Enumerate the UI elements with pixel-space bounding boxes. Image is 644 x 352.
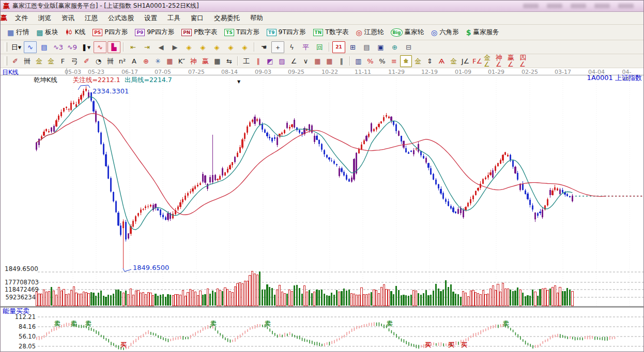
tool-wave-tool-icon[interactable]: ∿ — [24, 41, 37, 53]
tool-prev-bar-icon[interactable]: ◀ — [155, 41, 167, 53]
tool-crosshair-icon[interactable]: ＋ — [271, 41, 284, 53]
tool-n-squared-icon[interactable]: n² — [116, 55, 128, 67]
tool-gold-lines-red-icon[interactable]: 金 — [448, 55, 459, 67]
tool-fence-lines-icon[interactable]: 卌 — [21, 55, 33, 67]
tool-fan-grid-icon[interactable]: ▨ — [276, 55, 288, 67]
tool-calendar-21-icon[interactable]: 21 — [332, 41, 345, 53]
feature-t-number-table-button[interactable]: TNT数字表 — [310, 27, 352, 38]
chart-canvas[interactable]: 卖卖卖卖卖卖卖买买买买 — [1, 68, 644, 352]
tool-wave-count-icon[interactable]: ∨ — [300, 55, 312, 67]
tool-angle-f-icon[interactable]: F∠ — [471, 55, 483, 67]
tool-target-circle-icon[interactable]: ⊕ — [140, 55, 152, 67]
tool-red-grid-b-icon[interactable]: ▦ — [324, 55, 335, 67]
tool-time-circle-icon[interactable]: ◔ — [93, 55, 104, 67]
tool-gold-ratio-a-icon[interactable]: 金 — [33, 55, 45, 67]
tool-next-bar-icon[interactable]: ▶ — [168, 41, 181, 53]
tool-percent-levels-icon[interactable]: ≡ — [388, 55, 400, 67]
menu-item-7[interactable]: 窗口 — [186, 12, 209, 24]
tool-shen-tool-icon[interactable]: 神 — [188, 55, 200, 67]
feature-9t-square-button[interactable]: T99T四方形 — [263, 27, 310, 38]
tool-parallel-lines-icon[interactable]: ∥ — [335, 55, 347, 67]
tool-diamond-left-icon[interactable]: ◈ — [182, 41, 195, 53]
tool-maze-analysis-icon[interactable]: 回 — [313, 41, 326, 53]
tool-period-day-dropdown-icon[interactable]: 日▾ — [10, 41, 23, 53]
menu-item-4[interactable]: 公式选股 — [103, 12, 139, 24]
tool-diamond-all-icon[interactable]: ◈ — [238, 41, 251, 53]
tool-histogram-tool-icon[interactable]: ▙ — [108, 41, 120, 53]
tool-trend-stamp-icon[interactable]: ∿ — [94, 41, 106, 53]
tool-angle-ying-icon[interactable]: 赢∠ — [507, 55, 519, 67]
tool-hand-drag-icon[interactable]: ☚ — [257, 41, 270, 53]
feature-kline-button[interactable]: K线 — [62, 27, 89, 38]
tool-gold-ratio-b-icon[interactable]: 金 — [45, 55, 57, 67]
tool-percent-icon[interactable]: % — [376, 55, 388, 67]
tool-grid-web-icon[interactable]: ▦ — [164, 55, 176, 67]
feature-winner-wheel-button[interactable]: Big赢家轮 — [387, 27, 427, 38]
tool-f-lines-icon[interactable]: F — [57, 55, 69, 67]
feature-p-number-table-button[interactable]: PNP数字表 — [178, 27, 221, 38]
titlebar-faded-item[interactable] — [594, 4, 610, 8]
tool-diamond-horizontal-icon[interactable]: ◈ — [210, 41, 223, 53]
tool-star-web-icon[interactable]: ✳ — [152, 55, 164, 67]
feature-sectors-button[interactable]: ▩板块 — [33, 27, 62, 38]
tool-gold-levels-icon[interactable]: 金 — [412, 55, 424, 67]
menu-item-5[interactable]: 设置 — [139, 12, 162, 24]
tool-angle-j-icon[interactable]: J∠ — [459, 55, 471, 67]
tool-fence-lines-2-icon[interactable]: 卌 — [104, 55, 116, 67]
tool-print-icon[interactable]: ⊟ — [402, 41, 415, 53]
tool-candle-style-dropdown-icon[interactable]: ❚▾ — [80, 41, 93, 53]
tool-fan-lines-icon[interactable]: ∥ — [252, 55, 264, 67]
tool-save-icon[interactable]: ▣ — [374, 41, 387, 53]
feature-p-square-button[interactable]: PSP四方形 — [89, 27, 131, 38]
tool-first-bar-icon[interactable]: ⇤ — [127, 41, 140, 53]
tool-angle-line-icon[interactable]: ∠ — [288, 55, 300, 67]
tool-wave-3-icon[interactable]: ∿3 — [52, 41, 65, 53]
tool-diamond-right-icon[interactable]: ◈ — [196, 41, 209, 53]
tool-gann-box-icon[interactable]: 工 — [240, 55, 252, 67]
tool-span-measure-icon[interactable]: ⇆ — [223, 55, 235, 67]
tool-chip-distribution-icon[interactable]: 平 — [299, 41, 312, 53]
titlebar-faded-item[interactable] — [571, 4, 586, 8]
tool-calculator-icon[interactable]: ⊞ — [346, 41, 359, 53]
tool-wave-a-icon[interactable]: Ѧ — [436, 55, 448, 67]
menu-item-1[interactable]: 浏览 — [33, 12, 56, 24]
tool-ying-tool-icon[interactable]: 赢 — [200, 55, 211, 67]
tool-fan-box-icon[interactable]: ◩ — [264, 55, 276, 67]
feature-t-square-button[interactable]: TST四方形 — [221, 27, 263, 38]
tool-text-note-icon[interactable]: A — [128, 55, 140, 67]
tool-percent-red-icon[interactable]: % — [364, 55, 376, 67]
tool-vertical-measure-icon[interactable]: ⇕ — [424, 55, 436, 67]
tool-angle-gold-icon[interactable]: 金∠ — [483, 55, 495, 67]
tool-angle-four-icon[interactable]: 四∠ — [519, 55, 531, 67]
tool-angle-shen-icon[interactable]: 神∠ — [495, 55, 507, 67]
tool-polyline-nodes-icon[interactable]: ϟ — [285, 41, 298, 53]
feature-winner-service-button[interactable]: $赢家服务 — [463, 27, 503, 38]
tool-bars-scale-icon[interactable]: ▥ — [352, 55, 364, 67]
menu-item-3[interactable]: 江恩 — [80, 12, 103, 24]
tool-gold-circle-icon[interactable]: 金 — [400, 55, 412, 67]
tool-grid-123-icon[interactable]: ▦ — [211, 55, 223, 67]
menu-item-6[interactable]: 工具 — [162, 12, 186, 24]
tool-wave-9-icon[interactable]: ∿9 — [66, 41, 79, 53]
tool-last-bar-icon[interactable]: ⇥ — [141, 41, 154, 53]
feature-hexagon-button[interactable]: ◎六角形 — [427, 27, 463, 38]
tool-draw-pen-icon[interactable]: ✐ — [9, 55, 21, 67]
feature-gann-wheel-button[interactable]: ◎江恩轮 — [352, 27, 387, 38]
tool-spiral-icon[interactable]: 弓 — [69, 55, 81, 67]
menu-item-8[interactable]: 交易委托 — [209, 12, 245, 24]
tool-network-icon[interactable]: ⊕ — [388, 41, 401, 53]
feature-9p-square-button[interactable]: P99P四方形 — [131, 27, 178, 38]
titlebar-faded-item[interactable] — [547, 4, 562, 8]
tool-diamond-split-icon[interactable]: ◈ — [224, 41, 237, 53]
menu-item-2[interactable]: 资讯 — [56, 12, 80, 24]
tool-red-grid-a-icon[interactable]: ▦ — [312, 55, 324, 67]
menu-item-0[interactable]: 文件 — [10, 12, 33, 24]
feature-market-quotes-button[interactable]: ▦行情 — [4, 27, 33, 38]
tool-info-document-icon[interactable]: ▤ — [38, 41, 51, 53]
tool-k-marks-icon[interactable]: K″ — [176, 55, 188, 67]
tool-notes-icon[interactable]: ▤ — [360, 41, 373, 53]
tool-draw-pen-2-icon[interactable]: ✐ — [81, 55, 93, 67]
menu-item-9[interactable]: 帮助 — [245, 12, 268, 24]
titlebar-faded-item[interactable] — [523, 4, 539, 8]
titlebar-faded-item[interactable] — [618, 4, 634, 8]
